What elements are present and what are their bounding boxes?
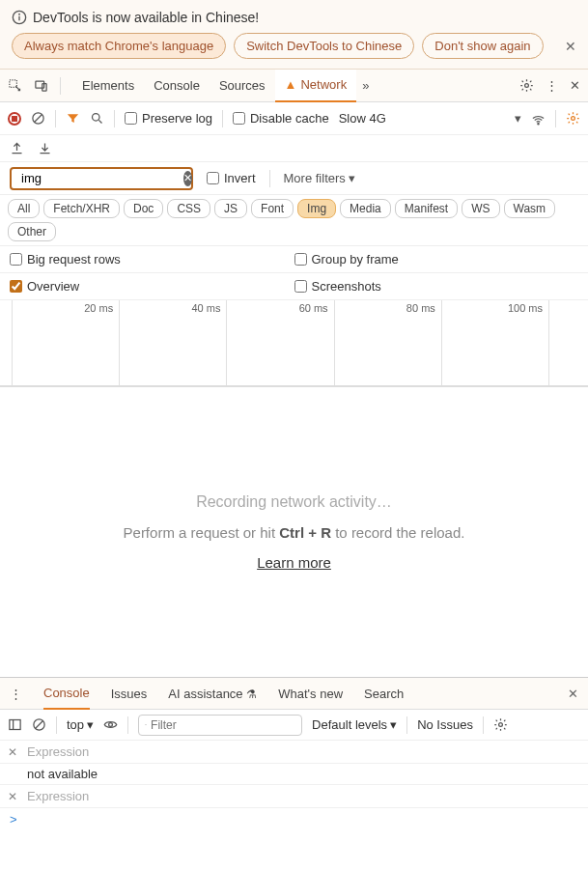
tab-network[interactable]: ▲ Network (275, 69, 357, 102)
recording-text: Recording network activity… (19, 493, 569, 511)
big-rows-checkbox[interactable]: Big request rows (10, 252, 294, 267)
svg-point-6 (525, 84, 529, 88)
screenshots-checkbox[interactable]: Screenshots (294, 279, 579, 294)
network-toolbar: Preserve log Disable cache Slow 4G ▾ (0, 102, 588, 135)
tab-elements[interactable]: Elements (72, 70, 144, 101)
timeline-tick: 100 ms (442, 300, 549, 385)
type-filter-doc[interactable]: Doc (124, 199, 163, 218)
console-prompt[interactable]: > (0, 808, 588, 830)
clear-console-icon[interactable] (32, 717, 46, 732)
filter-input[interactable] (21, 171, 183, 185)
match-language-button[interactable]: Always match Chrome's language (12, 33, 226, 59)
remove-expression-icon[interactable]: ✕ (8, 745, 17, 759)
overview-checkbox[interactable]: Overview (10, 279, 294, 294)
invert-checkbox[interactable]: Invert (207, 171, 256, 185)
console-settings-icon[interactable] (493, 717, 508, 732)
drawer-menu-icon[interactable]: ⋮ (10, 687, 22, 701)
import-har-icon[interactable] (38, 141, 52, 155)
filter-input-wrap[interactable]: ✕ (10, 167, 193, 190)
drawer-tab-search[interactable]: Search (364, 679, 404, 709)
svg-point-12 (572, 117, 575, 121)
type-filter-ws[interactable]: WS (462, 199, 499, 218)
type-filter-media[interactable]: Media (340, 199, 391, 218)
type-filter-other[interactable]: Other (8, 222, 56, 241)
type-filter-wasm[interactable]: Wasm (504, 199, 556, 218)
expression-placeholder[interactable]: Expression (27, 744, 89, 759)
context-selector[interactable]: top ▾ (67, 717, 94, 732)
record-button[interactable] (8, 112, 21, 126)
main-tabs-bar: Elements Console Sources ▲ Network » ⋮ ✕ (0, 70, 588, 102)
preserve-log-checkbox[interactable]: Preserve log (125, 111, 212, 126)
live-expression-icon[interactable] (103, 717, 118, 732)
device-icon[interactable] (34, 78, 48, 93)
expression-result: not available (0, 764, 588, 785)
console-sidebar-icon[interactable] (8, 717, 22, 732)
type-filter-font[interactable]: Font (251, 199, 294, 218)
clear-icon[interactable] (31, 111, 45, 126)
drawer-tabs: ⋮ Console Issues AI assistance ⚗ What's … (0, 677, 588, 710)
group-frame-checkbox[interactable]: Group by frame (294, 252, 579, 267)
svg-point-11 (538, 124, 539, 125)
flask-icon: ⚗ (246, 688, 257, 701)
drawer-tab-whatsnew[interactable]: What's new (278, 679, 343, 709)
learn-more-link[interactable]: Learn more (257, 554, 331, 571)
expression-row-1: ✕ Expression (0, 741, 588, 764)
timeline-overview[interactable]: 20 ms40 ms60 ms80 ms100 ms (0, 300, 588, 387)
har-bar (0, 135, 588, 162)
remove-expression-icon[interactable]: ✕ (8, 790, 17, 803)
svg-rect-13 (10, 720, 20, 730)
network-settings-icon[interactable] (566, 111, 580, 126)
more-tabs-icon[interactable]: » (362, 78, 369, 93)
throttle-label: Slow 4G (339, 111, 386, 126)
type-filter-js[interactable]: JS (214, 199, 247, 218)
warning-icon: ▲ (285, 77, 297, 92)
info-icon (12, 10, 27, 25)
options-row1: Big request rows Group by frame (0, 246, 588, 273)
tab-sources[interactable]: Sources (210, 70, 275, 101)
throttle-dropdown-icon[interactable]: ▾ (515, 111, 521, 126)
type-filter-fetch-xhr[interactable]: Fetch/XHR (43, 199, 120, 218)
banner-close-icon[interactable]: ✕ (565, 39, 576, 54)
network-conditions-icon[interactable] (531, 111, 546, 126)
type-filter-img[interactable]: Img (297, 199, 336, 218)
settings-icon[interactable] (519, 78, 534, 93)
switch-chinese-button[interactable]: Switch DevTools to Chinese (234, 33, 414, 59)
dont-show-button[interactable]: Don't show again (422, 33, 543, 59)
banner-title-text: DevTools is now available in Chinese! (33, 10, 259, 25)
inspect-icon[interactable] (8, 78, 22, 93)
expression-placeholder[interactable]: Expression (27, 789, 89, 803)
timeline-tick: 60 ms (227, 300, 334, 385)
svg-point-2 (19, 14, 20, 14)
svg-line-16 (36, 721, 43, 729)
svg-point-17 (109, 723, 113, 727)
svg-point-18 (499, 723, 503, 727)
drawer-tab-issues[interactable]: Issues (111, 679, 148, 709)
svg-line-8 (35, 115, 42, 123)
more-filters-dropdown[interactable]: More filters ▾ (284, 171, 356, 185)
console-toolbar: top ▾ Default levels ▾ No Issues (0, 710, 588, 741)
filter-toggle-icon[interactable] (66, 111, 80, 126)
timeline-tick: 20 ms (13, 300, 120, 385)
type-filter-manifest[interactable]: Manifest (395, 199, 458, 218)
drawer-tab-ai[interactable]: AI assistance ⚗ (168, 679, 257, 709)
funnel-icon (145, 719, 147, 730)
log-levels-dropdown[interactable]: Default levels ▾ (312, 717, 397, 732)
no-issues-label[interactable]: No Issues (417, 717, 473, 732)
search-icon[interactable] (90, 111, 104, 126)
type-filter-all[interactable]: All (8, 199, 40, 218)
disable-cache-checkbox[interactable]: Disable cache (233, 111, 329, 126)
drawer-close-icon[interactable]: ✕ (568, 687, 578, 701)
kebab-menu-icon[interactable]: ⋮ (546, 78, 558, 93)
type-filter-row: AllFetch/XHRDocCSSJSFontImgMediaManifest… (0, 195, 588, 246)
language-banner: DevTools is now available in Chinese! Al… (0, 0, 588, 70)
svg-point-9 (93, 114, 100, 122)
console-filter-input[interactable] (138, 715, 302, 736)
type-filter-css[interactable]: CSS (167, 199, 210, 218)
expression-row-2: ✕ Expression (0, 785, 588, 808)
clear-filter-icon[interactable]: ✕ (183, 171, 192, 186)
timeline-tick: 40 ms (120, 300, 227, 385)
drawer-tab-console[interactable]: Console (43, 678, 90, 710)
close-devtools-icon[interactable]: ✕ (570, 78, 580, 93)
tab-console[interactable]: Console (144, 70, 210, 101)
export-har-icon[interactable] (10, 141, 24, 155)
